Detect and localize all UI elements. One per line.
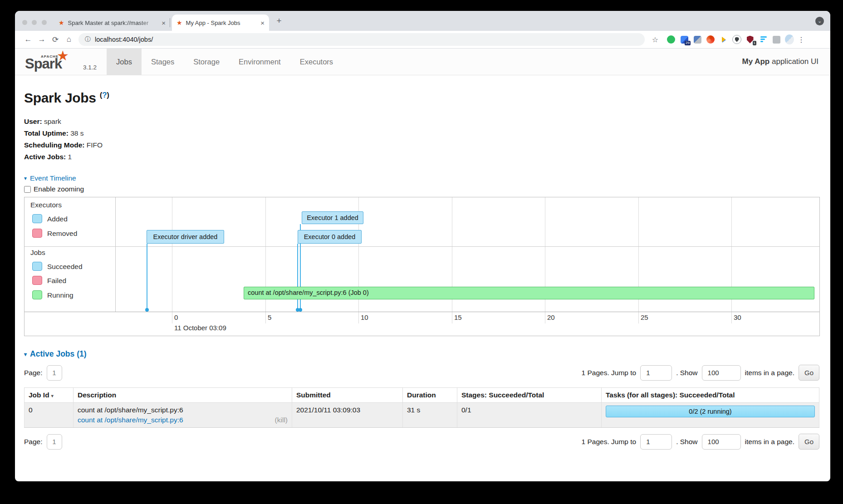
show-count-input[interactable] [702,434,741,450]
gridline [452,197,452,323]
bookmark-star-icon[interactable]: ☆ [649,35,661,44]
cell-stages: 0/1 [457,403,602,428]
office-extension-icon[interactable] [706,35,715,44]
reload-icon[interactable]: ⟳ [49,35,62,44]
nav-item-executors[interactable]: Executors [290,49,343,75]
legend-label-removed: Removed [47,230,77,238]
profile-avatar[interactable] [785,35,794,44]
timeline-item-job-0-running[interactable]: count at /opt/share/my_script.py:6 (Job … [244,287,814,299]
go-button[interactable]: Go [799,365,819,381]
items-text: items in a page. [745,438,794,446]
window-close-button[interactable] [22,20,27,25]
evernote-extension-icon[interactable] [667,35,676,44]
jump-to-input[interactable] [640,434,672,450]
legend-label-running: Running [47,291,74,299]
desktop-background: ★ Spark Master at spark://master × ★ My … [0,0,843,504]
info-user: User: spark [24,116,819,127]
legend-group-executors: Executors [30,201,62,209]
browser-menu-icon[interactable]: ⋮ [798,35,805,44]
home-icon[interactable]: ⌂ [62,35,76,44]
jump-to-input[interactable] [640,365,672,381]
timeline-item-executor-0-added[interactable]: Executor 0 added [298,230,362,244]
arrow-glyph [722,37,725,42]
info-value: 1 [66,153,72,161]
info-value: 38 s [69,129,84,137]
active-jobs-toggle[interactable]: ▾ Active Jobs (1) [24,349,819,359]
url-text[interactable]: localhost:4040/jobs/ [95,36,153,43]
tab-close-icon[interactable]: × [260,19,265,27]
active-jobs-link[interactable]: Active Jobs: [24,153,66,161]
legend-label-added: Added [47,215,68,223]
tab-close-icon[interactable]: × [162,19,166,27]
help-link[interactable]: ? [102,91,107,99]
description-link[interactable]: count at /opt/share/my_script.py:6 [78,416,183,424]
active-jobs-table: Job Id▾ Description Submitted Duration S… [24,387,819,428]
page-content: Spark Jobs (?) User: spark Total Uptime:… [15,90,830,450]
legend-swatch-running [32,290,42,299]
legend-group-jobs: Jobs [30,249,45,257]
filter-glyph [760,36,767,43]
info-scheduling: Scheduling Mode: FIFO [24,139,819,151]
header-stages[interactable]: Stages: Succeeded/Total [457,388,602,403]
header-tasks[interactable]: Tasks (for all stages): Succeeded/Total [602,388,819,403]
show-count-input[interactable] [702,365,741,381]
header-job-id[interactable]: Job Id▾ [25,388,74,403]
pager-top: Page: 1 Pages. Jump to . Show items in a… [24,365,819,381]
window-minimize-button[interactable] [32,20,37,25]
nav-item-storage[interactable]: Storage [184,49,229,75]
spark-logo[interactable]: APACHE ★ Spark [21,49,79,75]
extension-badge: 29 [685,41,691,45]
timeline-event-dot [299,308,302,312]
header-duration[interactable]: Duration [403,388,457,403]
enable-zooming-checkbox[interactable] [24,186,31,193]
forward-icon[interactable]: → [35,35,49,44]
gridline [265,197,266,323]
pages-jump-text: 1 Pages. Jump to [582,438,637,446]
event-timeline-toggle[interactable]: ▾ Event Timeline [24,174,819,182]
filter-extension-icon[interactable] [759,35,768,44]
address-bar[interactable]: ⓘ localhost:4040/jobs/ [78,33,645,46]
info-uptime: Total Uptime: 38 s [24,127,819,139]
page-number-input[interactable] [47,365,62,381]
info-value: spark [42,117,61,125]
timeline-item-executor-driver-added[interactable]: Executor driver added [147,230,224,244]
show-text: . Show [676,438,697,446]
timeline-item-executor-1-added[interactable]: Executor 1 added [302,211,363,224]
window-zoom-button[interactable] [42,20,47,25]
kill-link[interactable]: (kill) [275,416,288,424]
translate-glyph [694,36,701,44]
caret-down-icon: ▾ [24,351,27,357]
arrow-extension-icon[interactable] [719,35,728,44]
red-shield-extension-icon[interactable]: 1 [745,35,755,44]
help-paren: ) [107,91,109,99]
header-submitted[interactable]: Submitted [292,388,403,403]
new-tab-button[interactable]: + [274,15,284,26]
timeline-event-line [297,244,298,310]
go-button[interactable]: Go [799,434,819,450]
info-label: User: [24,117,42,125]
browser-tab-spark-master[interactable]: ★ Spark Master at spark://master × [54,15,170,31]
site-info-icon[interactable]: ⓘ [85,35,91,44]
legend-swatch-failed [32,276,42,285]
spark-navbar: APACHE ★ Spark 3.1.2 Jobs Stages Storage… [15,49,830,75]
legend-label-failed: Failed [47,277,66,285]
tab-search-button[interactable]: ⌄ [815,17,824,25]
legend-swatch-succeeded [32,262,42,271]
nav-item-jobs[interactable]: Jobs [107,49,142,75]
enable-zooming-row: Enable zooming [24,185,819,193]
office-glyph [706,35,715,44]
header-description[interactable]: Description [74,388,292,403]
spark-favicon-icon: ★ [59,19,64,26]
blue-extension-icon[interactable]: 29 [680,35,689,44]
page-number-input[interactable] [47,434,62,450]
translate-extension-icon[interactable] [693,35,702,44]
shield-circle-extension-icon[interactable] [732,35,741,44]
nav-item-environment[interactable]: Environment [229,49,290,75]
browser-window: ★ Spark Master at spark://master × ★ My … [15,11,830,481]
puzzle-extension-icon[interactable] [772,35,781,44]
nav-item-stages[interactable]: Stages [142,49,184,75]
items-text: items in a page. [745,369,794,377]
browser-tab-my-app[interactable]: ★ My App - Spark Jobs × [172,15,269,31]
extensions-area: 29 1 [667,35,794,44]
back-icon[interactable]: ← [21,35,35,44]
